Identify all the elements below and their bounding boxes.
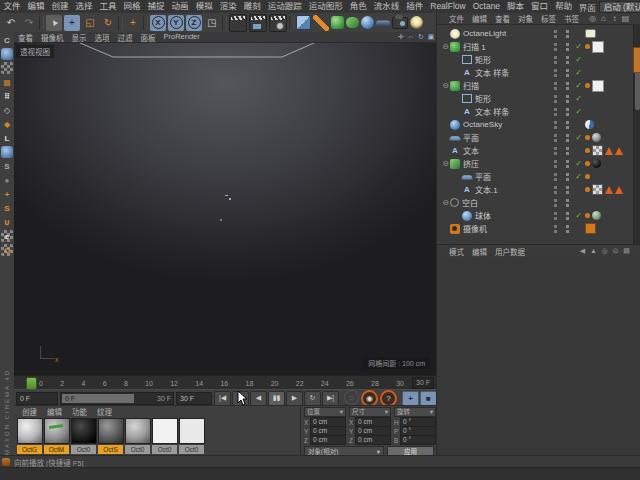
- material-name[interactable]: Oct0: [71, 445, 96, 454]
- add-cube-icon[interactable]: [296, 15, 311, 30]
- enable-axis-icon[interactable]: L: [1, 132, 13, 144]
- object-name[interactable]: 扫描: [463, 80, 479, 91]
- enable-state-icon[interactable]: ✓: [574, 172, 583, 181]
- coordinate-column-header[interactable]: 尺寸 ▾: [349, 407, 391, 417]
- visibility-dots[interactable]: [565, 159, 570, 169]
- workplane-lock-icon[interactable]: O: [1, 244, 13, 256]
- object-icon[interactable]: [450, 120, 460, 130]
- separator[interactable]: [289, 16, 294, 30]
- material-thumbnail[interactable]: [71, 418, 97, 444]
- object-row[interactable]: 平面 ✓: [437, 131, 640, 144]
- visibility-dots[interactable]: [565, 224, 570, 234]
- material-name[interactable]: Oct0: [152, 445, 177, 454]
- material-item[interactable]: OctM: [44, 418, 69, 454]
- loop-button[interactable]: ↻: [304, 391, 321, 406]
- tag-icon[interactable]: [585, 148, 590, 153]
- enable-state-icon[interactable]: ✓: [574, 107, 583, 116]
- zoom-view-icon[interactable]: ⇔: [406, 33, 416, 41]
- object-icon[interactable]: [449, 136, 461, 140]
- play-button[interactable]: ▮▮: [268, 391, 285, 406]
- layer-toggle[interactable]: [554, 134, 562, 142]
- object-name[interactable]: OctaneSky: [463, 120, 502, 129]
- object-manager-menu-item[interactable]: 书签: [560, 13, 583, 24]
- am-back-icon[interactable]: ◀: [577, 247, 588, 255]
- pan-view-icon[interactable]: ✛: [396, 33, 406, 41]
- object-icon[interactable]: [462, 211, 472, 221]
- material-item[interactable]: Oct0: [152, 418, 177, 454]
- menu-item[interactable]: 渲染: [216, 0, 240, 13]
- layer-toggle[interactable]: [554, 212, 562, 220]
- object-row[interactable]: OctaneLight: [437, 27, 640, 40]
- magnet-snap-icon[interactable]: ∪: [1, 216, 13, 228]
- tag-icon[interactable]: [585, 135, 590, 140]
- material-item[interactable]: Oct0: [125, 418, 150, 454]
- enable-state-icon[interactable]: ✓: [574, 81, 583, 90]
- model-mode-icon[interactable]: [1, 48, 13, 60]
- object-row[interactable]: 矩形 ✓: [437, 92, 640, 105]
- move-tool-icon[interactable]: +: [64, 15, 80, 31]
- layer-toggle[interactable]: [554, 108, 562, 116]
- enable-state-icon[interactable]: ✓: [574, 94, 583, 103]
- rotate-view-icon[interactable]: ↻: [416, 33, 426, 41]
- layer-toggle[interactable]: [554, 199, 562, 207]
- layer-toggle[interactable]: [554, 225, 562, 233]
- coordinate-field[interactable]: 0 cm: [355, 435, 391, 445]
- object-name[interactable]: 平面: [463, 132, 479, 143]
- menu-item[interactable]: 编辑: [24, 0, 48, 13]
- viewport-menu-item[interactable]: 面板: [137, 32, 160, 43]
- visibility-dots[interactable]: [565, 198, 570, 208]
- layer-toggle[interactable]: [554, 30, 562, 38]
- material-name[interactable]: OctM: [44, 445, 69, 454]
- viewport-menu-item[interactable]: 查看: [14, 32, 37, 43]
- menu-item[interactable]: 模拟: [192, 0, 216, 13]
- tag-icon[interactable]: [615, 147, 623, 155]
- material-thumbnail[interactable]: [98, 418, 124, 444]
- tag-icon[interactable]: [592, 184, 603, 195]
- object-row[interactable]: A 文本 样条 ✓: [437, 105, 640, 118]
- key-scale-toggle[interactable]: ■: [420, 391, 437, 406]
- visibility-dots[interactable]: [565, 146, 570, 156]
- layer-toggle[interactable]: [554, 95, 562, 103]
- snap-off-icon[interactable]: S: [1, 160, 13, 172]
- object-row[interactable]: 平面 ✓: [437, 170, 640, 183]
- viewport-menu-item[interactable]: 摄像机: [37, 32, 68, 43]
- render-view-icon[interactable]: [229, 14, 247, 32]
- object-row[interactable]: ⊖ 扫描 ✓: [437, 79, 640, 92]
- separator[interactable]: [39, 16, 44, 30]
- separator[interactable]: [143, 16, 148, 30]
- expand-toggle[interactable]: ⊖: [441, 81, 450, 90]
- layer-toggle[interactable]: [554, 186, 562, 194]
- menu-item[interactable]: 窗口: [528, 0, 552, 13]
- object-row[interactable]: A 文本 样条 ✓: [437, 66, 640, 79]
- attribute-manager-tab[interactable]: 编辑: [468, 246, 491, 257]
- object-row[interactable]: ⊖ 空白: [437, 196, 640, 209]
- layer-toggle[interactable]: [554, 147, 562, 155]
- timeline-ruler[interactable]: 024681012141618202224262830 30 F: [14, 375, 436, 390]
- expand-toggle[interactable]: ⊖: [441, 198, 450, 207]
- add-camera-icon[interactable]: [392, 17, 408, 29]
- visibility-dots[interactable]: [565, 29, 570, 39]
- visibility-dots[interactable]: [565, 120, 570, 130]
- material-thumbnail[interactable]: [179, 418, 205, 444]
- menu-item[interactable]: 插件: [403, 0, 427, 13]
- visibility-dots[interactable]: [565, 172, 570, 182]
- tag-icon[interactable]: [585, 187, 590, 192]
- lock-x-axis-icon[interactable]: X: [150, 15, 166, 31]
- object-manager-menu-item[interactable]: 编辑: [468, 13, 491, 24]
- view-label[interactable]: 透视视图: [16, 45, 54, 58]
- coordinate-field[interactable]: 0 cm: [310, 435, 346, 445]
- enable-state-icon[interactable]: ✓: [574, 159, 583, 168]
- tag-icon[interactable]: [585, 174, 590, 179]
- viewport-menu-item[interactable]: 选项: [91, 32, 114, 43]
- am-search-icon[interactable]: ◎: [599, 247, 610, 255]
- object-name[interactable]: 球体: [475, 210, 491, 221]
- object-name[interactable]: 文本 样条: [475, 106, 509, 117]
- add-generator-icon[interactable]: [331, 16, 344, 29]
- menu-item[interactable]: Octane: [469, 0, 503, 13]
- material-item[interactable]: Oct0: [71, 418, 96, 454]
- workplane-edit-icon[interactable]: e: [1, 230, 13, 242]
- object-name[interactable]: 摄像机: [463, 223, 487, 234]
- enable-state-icon[interactable]: ✓: [574, 68, 583, 77]
- material-menu-item[interactable]: 功能: [68, 406, 91, 417]
- material-thumbnail[interactable]: [125, 418, 151, 444]
